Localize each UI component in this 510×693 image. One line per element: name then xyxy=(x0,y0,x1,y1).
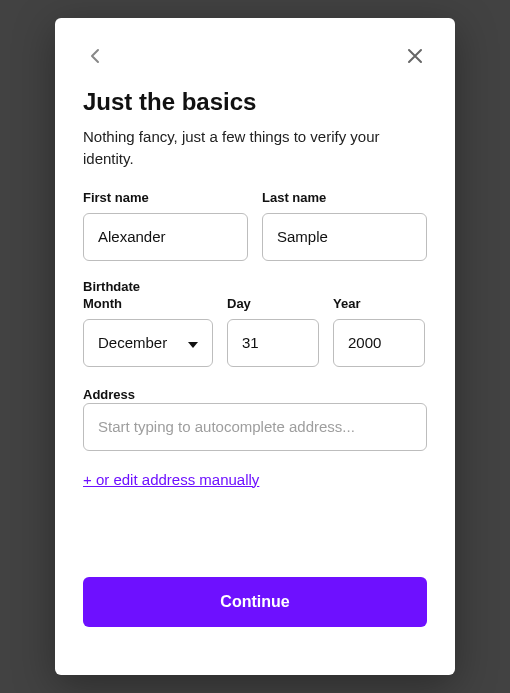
identity-basics-modal: Just the basics Nothing fancy, just a fe… xyxy=(55,18,455,675)
last-name-label: Last name xyxy=(262,190,427,205)
month-select[interactable]: December xyxy=(83,319,213,367)
chevron-down-icon xyxy=(188,334,198,351)
first-name-label: First name xyxy=(83,190,248,205)
address-label: Address xyxy=(83,387,135,402)
birthdate-section-label: Birthdate xyxy=(83,279,427,294)
back-icon xyxy=(90,48,100,64)
year-label: Year xyxy=(333,296,425,311)
continue-button[interactable]: Continue xyxy=(83,577,427,627)
month-value: December xyxy=(98,334,167,351)
last-name-input[interactable] xyxy=(277,228,412,245)
month-field: Month December xyxy=(83,296,213,367)
year-field: Year xyxy=(333,296,425,367)
edit-address-manually-link[interactable]: + or edit address manually xyxy=(83,471,427,488)
day-label: Day xyxy=(227,296,319,311)
close-icon xyxy=(407,48,423,64)
modal-topbar xyxy=(83,42,427,70)
first-name-input[interactable] xyxy=(98,228,233,245)
close-button[interactable] xyxy=(403,44,427,68)
day-field: Day xyxy=(227,296,319,367)
last-name-field: Last name xyxy=(262,190,427,261)
year-input[interactable] xyxy=(348,334,410,351)
page-subtitle: Nothing fancy, just a few things to veri… xyxy=(83,126,427,170)
page-title: Just the basics xyxy=(83,88,427,116)
address-input[interactable] xyxy=(98,418,412,435)
back-button[interactable] xyxy=(83,44,107,68)
first-name-field: First name xyxy=(83,190,248,261)
day-input[interactable] xyxy=(242,334,304,351)
month-label: Month xyxy=(83,296,213,311)
